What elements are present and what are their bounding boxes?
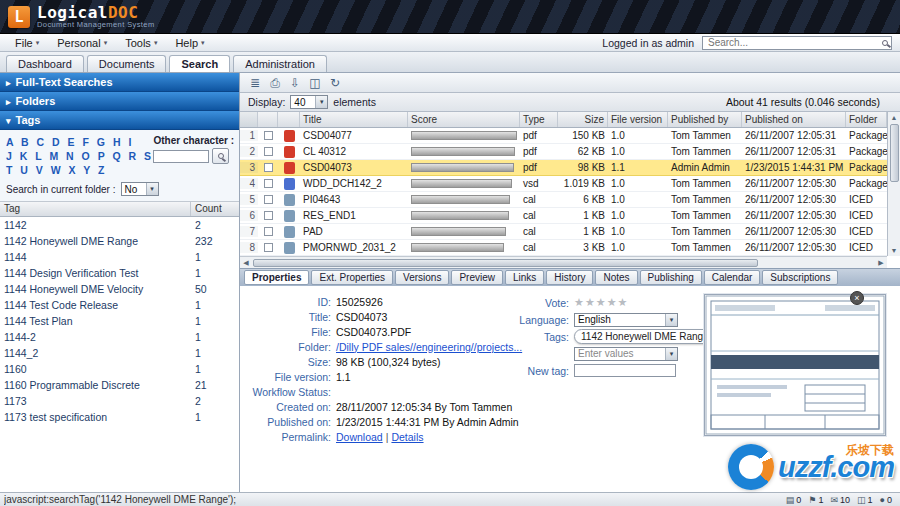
- detail-tab-history[interactable]: History: [546, 270, 593, 285]
- letter-links-row-2[interactable]: J K L M N O P Q R S: [6, 149, 153, 163]
- column-header-num[interactable]: [240, 112, 258, 127]
- letter-links-row-3[interactable]: T U V W X Y Z: [6, 163, 153, 177]
- refresh-icon[interactable]: ↻: [326, 75, 344, 91]
- document-preview[interactable]: [704, 294, 886, 436]
- messages-indicator[interactable]: ✉ 10: [830, 495, 850, 505]
- tag-row[interactable]: 1142 Honeywell DME Range 232: [0, 233, 239, 249]
- scroll-up-icon[interactable]: ▲: [891, 112, 898, 123]
- tab-search[interactable]: Search: [169, 55, 230, 72]
- tab-documents[interactable]: Documents: [87, 55, 167, 72]
- star-icon[interactable]: [596, 296, 607, 308]
- table-row[interactable]: 3 CSD04073 pdf 98 KB 1.1 Admin Admin 1/2…: [240, 160, 887, 176]
- column-header-score[interactable]: Score: [408, 112, 520, 127]
- document-title[interactable]: PI04643: [300, 194, 408, 205]
- tag-row[interactable]: 1144 1: [0, 249, 239, 265]
- star-icon[interactable]: [607, 296, 618, 308]
- document-title[interactable]: CSD04077: [300, 130, 408, 141]
- details-link[interactable]: Details: [391, 431, 423, 443]
- row-checkbox[interactable]: [258, 243, 278, 252]
- clipboard-indicator[interactable]: ▤ 0: [786, 495, 802, 505]
- horizontal-scrollbar[interactable]: ◀ ▶: [240, 256, 887, 268]
- rating-stars[interactable]: [574, 296, 628, 309]
- vertical-scrollbar[interactable]: ▲ ▼: [887, 112, 900, 256]
- export-icon[interactable]: ⇩: [286, 75, 304, 91]
- document-title[interactable]: RES_END1: [300, 210, 408, 221]
- detail-tab-publishing[interactable]: Publishing: [640, 270, 702, 285]
- search-input[interactable]: [706, 37, 882, 48]
- detail-tab-subscriptions[interactable]: Subscriptions: [762, 270, 838, 285]
- column-header-type[interactable]: Type: [520, 112, 558, 127]
- column-header-checkbox[interactable]: [258, 112, 278, 127]
- tag-row[interactable]: 1144 Design Verification Test 1: [0, 265, 239, 281]
- menu-personal[interactable]: Personal: [48, 37, 116, 49]
- detail-tab-properties[interactable]: Properties: [244, 270, 309, 285]
- row-checkbox[interactable]: [258, 147, 278, 156]
- tasks-indicator[interactable]: ◫ 1: [857, 495, 873, 505]
- column-header-file-version[interactable]: File version: [608, 112, 668, 127]
- tag-row[interactable]: 1160 1: [0, 361, 239, 377]
- tag-row[interactable]: 1144 Honeywell DME Velocity 50: [0, 281, 239, 297]
- document-title[interactable]: CSD04073: [300, 162, 408, 173]
- document-title[interactable]: PMORNWD_2031_2: [300, 242, 408, 253]
- language-select[interactable]: English: [574, 313, 678, 327]
- column-header-count[interactable]: Count: [191, 202, 239, 216]
- events-indicator[interactable]: ● 0: [880, 495, 892, 505]
- column-header-title[interactable]: Title: [300, 112, 408, 127]
- tag-row[interactable]: 1142 2: [0, 217, 239, 233]
- scroll-down-icon[interactable]: ▼: [891, 245, 898, 256]
- star-icon[interactable]: [574, 296, 585, 308]
- row-checkbox[interactable]: [258, 163, 278, 172]
- star-icon[interactable]: [585, 296, 596, 308]
- folder-link[interactable]: /Dilly PDF sales//engineering//projects.…: [336, 341, 522, 353]
- detail-tab-links[interactable]: Links: [505, 270, 544, 285]
- tag-row[interactable]: 1173 2: [0, 393, 239, 409]
- row-checkbox[interactable]: [258, 195, 278, 204]
- tag-row[interactable]: 1144-2 1: [0, 329, 239, 345]
- sidebar-section-tags[interactable]: Tags: [0, 111, 239, 130]
- column-header-size[interactable]: Size: [558, 112, 608, 127]
- row-checkbox[interactable]: [258, 211, 278, 220]
- tag-row[interactable]: 1144 Test Code Release 1: [0, 297, 239, 313]
- tag-row[interactable]: 1173 test specification 1: [0, 409, 239, 425]
- download-link[interactable]: Download: [336, 431, 383, 443]
- star-icon[interactable]: [618, 296, 629, 308]
- detail-tab-ext-properties[interactable]: Ext. Properties: [311, 270, 393, 285]
- flag-indicator[interactable]: ⚑ 1: [808, 495, 823, 505]
- tag-values-combo[interactable]: Enter values: [574, 347, 678, 361]
- table-row[interactable]: 7 PAD cal 1 KB 1.0 Tom Tammen 26/11/2007…: [240, 224, 887, 240]
- row-checkbox[interactable]: [258, 227, 278, 236]
- search-icon[interactable]: [882, 40, 888, 46]
- document-title[interactable]: WDD_DCH142_2: [300, 178, 408, 189]
- letter-links-row-1[interactable]: A B C D E F G H I: [6, 135, 153, 149]
- columns-icon[interactable]: ◫: [306, 75, 324, 91]
- table-row[interactable]: 1 CSD04077 pdf 150 KB 1.0 Tom Tammen 26/…: [240, 128, 887, 144]
- table-row[interactable]: 6 RES_END1 cal 1 KB 1.0 Tom Tammen 26/11…: [240, 208, 887, 224]
- table-row[interactable]: 8 PMORNWD_2031_2 cal 3 KB 1.0 Tom Tammen…: [240, 240, 887, 256]
- scroll-right-icon[interactable]: ▶: [875, 259, 887, 267]
- tag-row[interactable]: 1144 Test Plan 1: [0, 313, 239, 329]
- detail-tab-notes[interactable]: Notes: [595, 270, 637, 285]
- document-title[interactable]: CL 40312: [300, 146, 408, 157]
- column-header-published-on[interactable]: Published on: [742, 112, 846, 127]
- document-title[interactable]: PAD: [300, 226, 408, 237]
- close-icon[interactable]: [850, 291, 864, 305]
- detail-tab-versions[interactable]: Versions: [395, 270, 449, 285]
- print-icon[interactable]: ⎙: [266, 75, 284, 91]
- sidebar-section-fulltext-searches[interactable]: Full-Text Searches: [0, 73, 239, 92]
- scrollbar-thumb[interactable]: [253, 259, 758, 267]
- column-header-tag[interactable]: Tag: [0, 202, 191, 216]
- sidebar-section-folders[interactable]: Folders: [0, 92, 239, 111]
- row-checkbox[interactable]: [258, 179, 278, 188]
- tab-administration[interactable]: Administration: [233, 55, 327, 72]
- new-tag-input[interactable]: [574, 364, 676, 377]
- column-header-published-by[interactable]: Published by: [668, 112, 742, 127]
- table-row[interactable]: 4 WDD_DCH142_2 vsd 1.019 KB 1.0 Tom Tamm…: [240, 176, 887, 192]
- tag-search-button[interactable]: [212, 148, 229, 164]
- row-checkbox[interactable]: [258, 131, 278, 140]
- column-header-icon[interactable]: [278, 112, 300, 127]
- table-row[interactable]: 5 PI04643 cal 6 KB 1.0 Tom Tammen 26/11/…: [240, 192, 887, 208]
- detail-tab-calendar[interactable]: Calendar: [704, 270, 761, 285]
- tag-row[interactable]: 1144_2 1: [0, 345, 239, 361]
- tag-row[interactable]: 1160 Programmable Discrete 21: [0, 377, 239, 393]
- scroll-left-icon[interactable]: ◀: [240, 259, 252, 267]
